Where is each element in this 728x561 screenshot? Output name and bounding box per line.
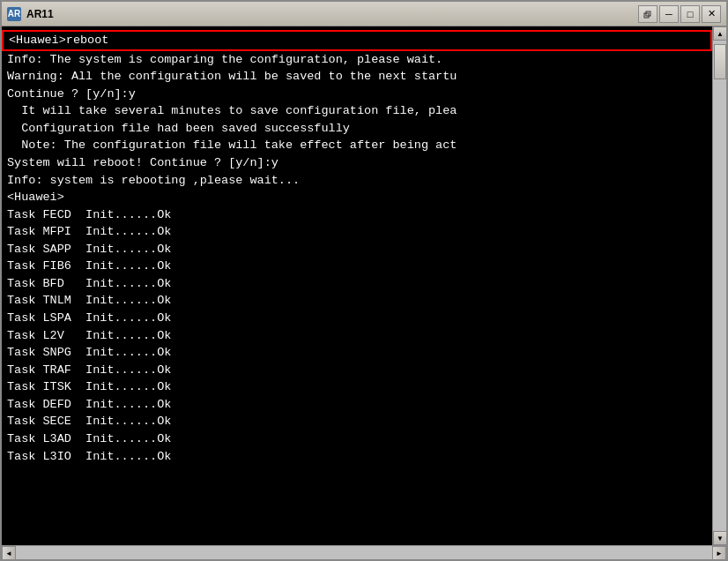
terminal-line: Task DEFD Init......Ok xyxy=(7,396,707,414)
terminal-line: Task MFPI Init......Ok xyxy=(7,223,707,241)
terminal-output[interactable]: <Huawei>rebootInfo: The system is compar… xyxy=(2,26,712,545)
app-icon: AR xyxy=(7,7,21,21)
app-icon-text: AR xyxy=(8,9,20,19)
terminal-line: Task FECD Init......Ok xyxy=(7,206,707,224)
terminal-line: Task L2V Init......Ok xyxy=(7,327,707,345)
terminal-line: Note: The configuration file will take e… xyxy=(7,137,707,154)
terminal-line: Warning: All the configuration will be s… xyxy=(7,68,707,86)
terminal-line: Task SNPG Init......Ok xyxy=(7,344,707,362)
terminal-line: Task L3AD Init......Ok xyxy=(7,430,707,448)
terminal-line: <Huawei>reboot xyxy=(2,30,712,51)
terminal-line: Task ITSK Init......Ok xyxy=(7,378,707,396)
terminal-line: Info: The system is comparing the config… xyxy=(7,51,707,69)
terminal-line: System will reboot! Continue ? [y/n]:y xyxy=(7,154,707,172)
close-icon: ✕ xyxy=(708,8,716,19)
vertical-scrollbar[interactable]: ▲ ▼ xyxy=(712,26,726,545)
window-title: AR11 xyxy=(26,8,638,20)
terminal-line: Task SAPP Init......Ok xyxy=(7,241,707,258)
close-button[interactable]: ✕ xyxy=(702,5,721,23)
maximize-icon: □ xyxy=(687,9,694,19)
scroll-down-button[interactable]: ▼ xyxy=(713,531,726,545)
terminal-line: Info: system is rebooting ,please wait..… xyxy=(7,172,707,190)
main-window: AR AR11 ─ □ ✕ <Huawei>rebootInfo: T xyxy=(0,0,728,561)
terminal-wrapper: <Huawei>rebootInfo: The system is compar… xyxy=(2,26,726,545)
scroll-thumb-vertical[interactable] xyxy=(714,44,726,79)
terminal-line: Task LSPA Init......Ok xyxy=(7,310,707,327)
scroll-up-button[interactable]: ▲ xyxy=(713,26,726,41)
title-bar: AR AR11 ─ □ ✕ xyxy=(2,2,726,26)
scroll-right-button[interactable]: ► xyxy=(712,546,726,560)
terminal-line: Task SECE Init......Ok xyxy=(7,413,707,430)
scroll-track-vertical[interactable] xyxy=(713,41,726,531)
window-controls: ─ □ ✕ xyxy=(638,5,721,23)
scroll-track-horizontal[interactable] xyxy=(16,546,712,559)
terminal-line: <Huawei> xyxy=(7,189,707,206)
maximize-button[interactable]: □ xyxy=(680,5,700,23)
horizontal-scrollbar[interactable]: ◄ ► xyxy=(2,545,726,559)
terminal-line: Configuration file had been saved succes… xyxy=(7,120,707,138)
terminal-line: Task L3IO Init......Ok xyxy=(7,448,707,466)
terminal-line: Continue ? [y/n]:y xyxy=(7,86,707,103)
terminal-line: Task BFD Init......Ok xyxy=(7,275,707,293)
terminal-line: Task TNLM Init......Ok xyxy=(7,292,707,310)
scroll-left-button[interactable]: ◄ xyxy=(2,546,16,560)
terminal-line: Task FIB6 Init......Ok xyxy=(7,258,707,275)
restore-button[interactable]: ─ xyxy=(659,5,679,23)
terminal-line: Task TRAF Init......Ok xyxy=(7,362,707,379)
terminal-line: It will take several minutes to save con… xyxy=(7,102,707,120)
minimize-button[interactable] xyxy=(638,5,657,23)
restore-icon: ─ xyxy=(665,9,672,19)
